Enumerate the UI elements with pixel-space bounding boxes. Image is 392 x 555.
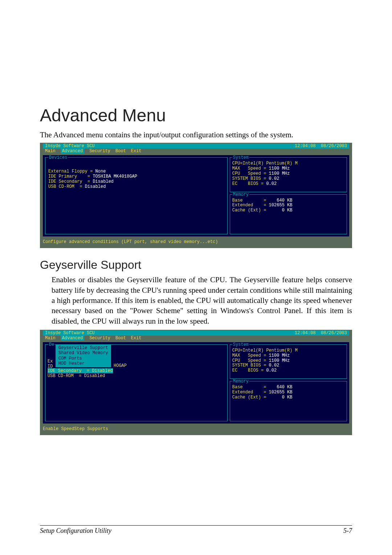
mem-line: Base = 640 KB <box>232 198 344 203</box>
menu-security: Security <box>89 336 110 341</box>
bios-menubar: Main Advanced Security Boot Exit <box>43 336 349 341</box>
advanced-submenu: Geyserville Support Shared Video Memory … <box>56 345 111 367</box>
memory-label: Memory <box>232 379 249 384</box>
system-label: System <box>232 342 249 347</box>
sys-line: MAX Speed = 1100 MHz <box>232 166 344 171</box>
mem-line: Extended = 102655 KB <box>232 203 344 208</box>
mem-line: Cache (Ext) = 0 KB <box>232 395 344 400</box>
sys-line: CPU Speed = 1100 MHz <box>232 358 344 364</box>
menu-security: Security <box>89 149 110 154</box>
menu-boot: Boot <box>115 336 126 341</box>
bios-screenshot-2: Insyde Software SCU 12:04:08 08/26/2003 … <box>40 330 352 435</box>
bios-screenshot-1: Insyde Software SCU 12:04:08 08/26/2003 … <box>40 143 352 248</box>
footer-left: Setup Configuration Utility <box>40 527 111 535</box>
bios-title-right: 12:04:08 08/26/2003 <box>295 331 347 336</box>
menu-advanced: Advanced <box>61 149 85 154</box>
menu-exit: Exit <box>131 149 142 154</box>
footer-right: 5-7 <box>343 527 352 535</box>
menu-advanced: Advanced <box>61 336 85 341</box>
sub-title: Geyserville Support <box>40 258 352 272</box>
submenu-item: COM Ports <box>58 356 108 361</box>
bg-line: USB CD-ROM = Disabled <box>48 374 113 379</box>
memory-label: Memory <box>232 192 249 197</box>
intro-text: The Advanced menu contains the input/out… <box>40 130 352 140</box>
bios-titlebar: Insyde Software SCU 12:04:08 08/26/2003 <box>43 331 349 336</box>
submenu-item: Geyserville Support <box>58 345 108 351</box>
sys-line: CPU=Intel(R) Pentium(R) M <box>232 348 344 353</box>
devices-panel: De Geyserville Support Shared Video Memo… <box>45 344 228 421</box>
bg-line: Ex <box>48 359 53 364</box>
submenu-item: Shared Video Memory <box>58 351 108 356</box>
dev-line: USB CD-ROM = Disabled <box>48 185 224 190</box>
bios-main-area: De Geyserville Support Shared Video Memo… <box>43 342 349 424</box>
memory-panel: Memory Base = 640 KB Extended = 102655 K… <box>230 381 347 421</box>
menu-boot: Boot <box>115 149 126 154</box>
page-title: Advanced Menu <box>40 105 352 125</box>
sys-line: MAX Speed = 1100 MHz <box>232 353 344 358</box>
bios-title-left: Insyde Software SCU <box>45 143 95 149</box>
bios-titlebar: Insyde Software SCU 12:04:08 08/26/2003 <box>43 143 349 149</box>
body-text: Enables or disables the Geyserville feat… <box>52 275 352 326</box>
bg-line: IDE Secondary = Disabled <box>48 369 113 374</box>
mem-line: Extended = 102655 KB <box>232 390 344 395</box>
bios-help-line: Configure advanced conditions (LPT port,… <box>43 239 349 244</box>
devices-label: Devices <box>48 155 68 160</box>
sys-line: EC BIOS = 0.02 <box>232 368 344 373</box>
system-panel: System CPU=Intel(R) Pentium(R) M MAX Spe… <box>230 157 347 192</box>
menu-main: Main <box>45 149 56 154</box>
bios-title-left: Insyde Software SCU <box>45 331 95 336</box>
system-label: System <box>232 155 249 160</box>
menu-main: Main <box>45 336 56 341</box>
sys-line: EC BIOS = 0.02 <box>232 182 344 187</box>
menu-exit: Exit <box>131 336 142 341</box>
mem-line: Cache (Ext) = 0 KB <box>232 208 344 213</box>
system-panel: System CPU=Intel(R) Pentium(R) M MAX Spe… <box>230 344 347 379</box>
dev-line: IDE Secondary = Disabled <box>48 179 224 185</box>
page-footer: Setup Configuration Utility 5-7 <box>40 525 352 535</box>
devices-label: De <box>48 342 55 347</box>
bios-help-line: Enable SpeedStep Supports <box>43 426 349 432</box>
memory-panel: Memory Base = 640 KB Extended = 102655 K… <box>230 194 347 235</box>
sys-line: CPU Speed = 1100 MHz <box>232 171 344 177</box>
submenu-item: HDD Heater <box>58 361 108 366</box>
dev-line: External Floppy = None <box>48 169 224 174</box>
mem-line: Base = 640 KB <box>232 385 344 390</box>
sys-line: CPU=Intel(R) Pentium(R) M <box>232 161 344 166</box>
sys-line: SYSTEM BIOS = 0.02 <box>232 363 344 368</box>
bios-main-area: Devices External Floppy = None IDE Prima… <box>43 155 349 236</box>
bios-menubar: Main Advanced Security Boot Exit <box>43 149 349 154</box>
bg-line: HOGAP <box>114 364 127 369</box>
devices-panel: Devices External Floppy = None IDE Prima… <box>45 157 228 234</box>
bios-title-right: 12:04:08 08/26/2003 <box>295 143 347 149</box>
dev-line: IDE Primary = TOSHIBA MK4018GAP <box>48 174 224 179</box>
sys-line: SYSTEM BIOS = 0.02 <box>232 177 344 182</box>
